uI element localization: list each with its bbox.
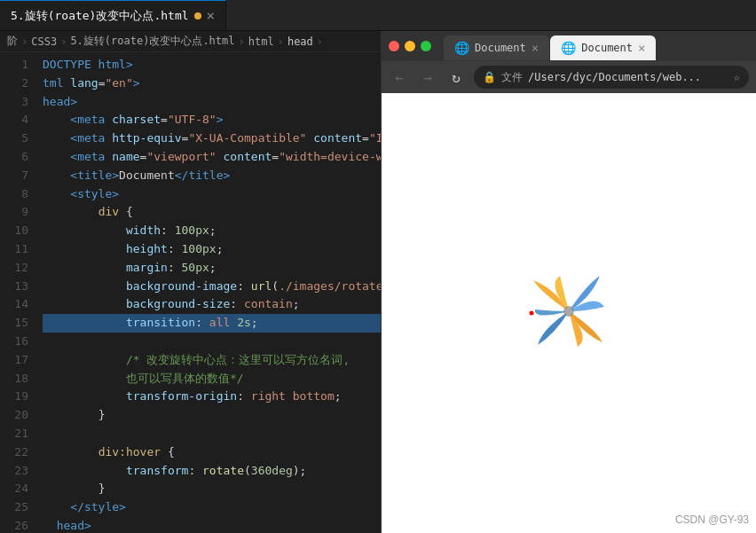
- browser-tab-2[interactable]: 🌐 Document ×: [550, 35, 656, 60]
- lock-icon: 🔒: [483, 71, 496, 83]
- code-line: width: 100px;: [43, 222, 381, 240]
- csdn-watermark: CSDN @GY-93: [675, 513, 749, 526]
- code-line: <title>Document</title>: [43, 167, 381, 185]
- code-content: DOCTYPE html> tml lang="en"> head> <meta…: [35, 52, 381, 533]
- pinwheel-svg: [524, 267, 613, 356]
- code-line: <meta http-equiv="X-UA-Compatible" conte…: [43, 129, 381, 148]
- browser-top-bar: 🌐 Document × 🌐 Document ×: [382, 31, 756, 61]
- tab-favicon: 🌐: [454, 41, 469, 55]
- code-line: </style>: [43, 498, 381, 517]
- browser-tab-1[interactable]: 🌐 Document ×: [444, 35, 549, 60]
- code-line: <meta name="viewport" content="width=dev…: [43, 148, 381, 167]
- code-line: head>: [43, 517, 381, 533]
- browser-tab-1-close[interactable]: ×: [532, 41, 539, 55]
- editor-pane: 阶 › CSS3 › 5.旋转(roate)改变中心点.html › html …: [0, 31, 382, 533]
- traffic-lights: [389, 41, 431, 51]
- breadcrumb: 阶 › CSS3 › 5.旋转(roate)改变中心点.html › html …: [0, 31, 381, 52]
- code-line: background-size: contain;: [43, 295, 381, 314]
- code-line: <style>: [43, 185, 381, 204]
- code-line: transform-origin: right bottom;: [43, 388, 381, 406]
- breadcrumb-item: CSS3: [31, 35, 57, 48]
- breadcrumb-item-active: head: [287, 35, 313, 48]
- code-line: transform: rotate(360deg);: [43, 462, 381, 481]
- browser-tab-2-close[interactable]: ×: [638, 41, 645, 55]
- code-line: <meta charset="UTF-8">: [43, 111, 381, 129]
- editor-tab-active[interactable]: 5.旋转(roate)改变中心点.html ×: [0, 0, 226, 30]
- code-line: 也可以写具体的数值*/: [43, 370, 381, 388]
- bookmark-icon[interactable]: ☆: [734, 71, 740, 83]
- traffic-light-minimize[interactable]: [405, 41, 415, 51]
- breadcrumb-item: 阶: [7, 34, 18, 49]
- code-area[interactable]: 12345 678910 1112131415 1617181920 21222…: [0, 52, 381, 533]
- code-line: [43, 425, 381, 443]
- code-line: div:hover {: [43, 443, 381, 462]
- code-line: head>: [43, 93, 381, 112]
- reload-button[interactable]: ↻: [445, 67, 467, 88]
- code-line: [43, 333, 381, 351]
- breadcrumb-item: html: [248, 35, 274, 48]
- tab-favicon-2: 🌐: [561, 41, 576, 55]
- code-line: DOCTYPE html>: [43, 56, 381, 74]
- address-bar[interactable]: 🔒 文件 /Users/dyc/Documents/web... ☆: [474, 66, 749, 89]
- code-line: background-image: url(./images/rotate.pn…: [43, 278, 381, 296]
- pinwheel: [524, 267, 613, 359]
- tab-modified-dot: [194, 12, 201, 20]
- code-line: transition: all 2s;: [43, 314, 381, 333]
- browser-viewport: CSDN @GY-93: [382, 93, 756, 533]
- traffic-light-close[interactable]: [389, 41, 399, 51]
- tab-label: 5.旋转(roate)改变中心点.html: [11, 8, 189, 24]
- browser-pane: 🌐 Document × 🌐 Document × ← → ↻: [382, 31, 756, 533]
- browser-tab-2-label: Document: [581, 42, 633, 54]
- code-line: /* 改变旋转中心点：这里可以写方位名词,: [43, 351, 381, 370]
- code-line: }: [43, 406, 381, 425]
- protocol-label: 文件: [501, 70, 523, 85]
- code-line: tml lang="en">: [43, 74, 381, 93]
- back-button[interactable]: ←: [389, 67, 410, 88]
- browser-tab-1-label: Document: [475, 42, 526, 54]
- forward-button[interactable]: →: [417, 67, 438, 88]
- code-line: }: [43, 480, 381, 498]
- browser-tabs: 🌐 Document × 🌐 Document ×: [437, 32, 663, 60]
- browser-chrome: 🌐 Document × 🌐 Document × ← → ↻: [382, 31, 756, 93]
- breadcrumb-item: 5.旋转(roate)改变中心点.html: [70, 34, 234, 49]
- browser-nav: ← → ↻ 🔒 文件 /Users/dyc/Documents/web... ☆: [382, 61, 756, 93]
- code-line: margin: 50px;: [43, 259, 381, 278]
- tab-close-icon[interactable]: ×: [207, 9, 216, 23]
- address-text: /Users/dyc/Documents/web...: [528, 71, 728, 83]
- editor-tab-bar: 5.旋转(roate)改变中心点.html ×: [0, 0, 756, 31]
- code-line: height: 100px;: [43, 240, 381, 259]
- traffic-light-fullscreen[interactable]: [421, 41, 431, 51]
- line-numbers: 12345 678910 1112131415 1617181920 21222…: [0, 52, 35, 533]
- code-line: div {: [43, 203, 381, 222]
- svg-point-1: [565, 308, 572, 315]
- main-area: 阶 › CSS3 › 5.旋转(roate)改变中心点.html › html …: [0, 31, 756, 533]
